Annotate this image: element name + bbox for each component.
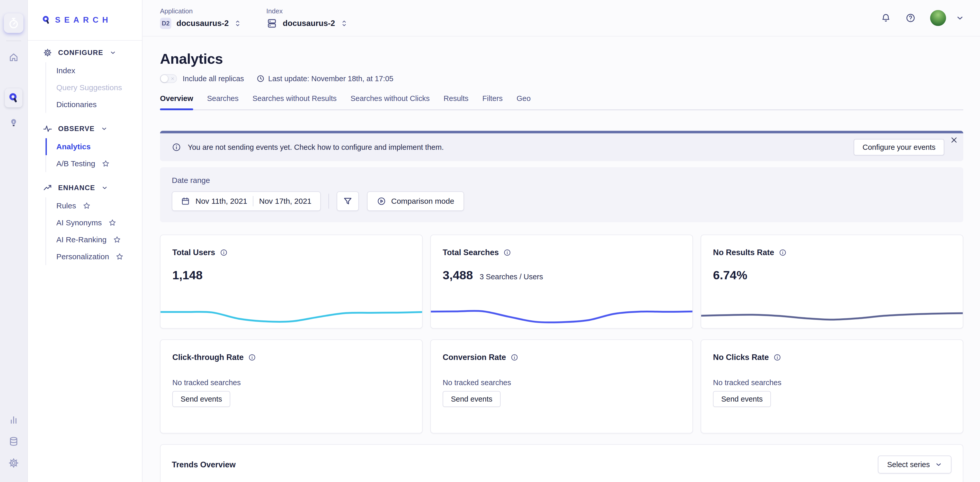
card-value: 3,488 bbox=[443, 268, 473, 282]
info-icon[interactable] bbox=[248, 354, 256, 361]
gear-icon bbox=[43, 48, 52, 57]
funnel-icon bbox=[343, 197, 352, 206]
pulse-icon bbox=[43, 124, 52, 133]
data-database-icon[interactable] bbox=[8, 436, 19, 447]
search-product-icon[interactable] bbox=[5, 89, 22, 108]
tab-searches-without-results[interactable]: Searches without Results bbox=[253, 94, 337, 109]
controls-divider bbox=[328, 194, 329, 209]
sidebar-item-index[interactable]: Index bbox=[46, 62, 136, 79]
sidebar-item-ai-re-ranking[interactable]: AI Re-Ranking bbox=[46, 231, 136, 248]
topbar-right bbox=[881, 10, 964, 26]
sidebar-item-ab-testing[interactable]: A/B Testing bbox=[46, 155, 136, 172]
banner-close-icon[interactable] bbox=[950, 136, 958, 144]
send-events-button[interactable]: Send events bbox=[713, 391, 771, 407]
card-title: Total Searches bbox=[443, 248, 499, 257]
search-logo[interactable]: SEARCH bbox=[42, 16, 112, 25]
info-icon[interactable] bbox=[773, 354, 781, 361]
card-click-through-rate: Click-through Rate No tracked searches S… bbox=[160, 339, 423, 433]
total-searches-sparkline bbox=[430, 305, 693, 325]
include-replicas-toggle[interactable] bbox=[160, 74, 177, 83]
trending-up-icon bbox=[43, 184, 52, 192]
sidebar-item-analytics[interactable]: Analytics bbox=[46, 138, 136, 155]
home-icon[interactable] bbox=[8, 52, 19, 63]
index-stack-icon bbox=[266, 18, 278, 29]
info-icon[interactable] bbox=[779, 249, 787, 257]
logo-text: SEARCH bbox=[55, 16, 112, 25]
banner-message: You are not sending events yet. Check ho… bbox=[188, 143, 444, 152]
date-range-label: Date range bbox=[172, 176, 951, 185]
section-header-observe[interactable]: OBSERVE bbox=[43, 124, 136, 133]
sidebar-item-ai-synonyms[interactable]: AI Synonyms bbox=[46, 214, 136, 231]
info-icon[interactable] bbox=[511, 354, 518, 361]
sidebar-item-query-suggestions[interactable]: Query Suggestions bbox=[46, 79, 136, 96]
tab-searches-without-clicks[interactable]: Searches without Clicks bbox=[351, 94, 430, 109]
section-header-enhance[interactable]: ENHANCE bbox=[43, 184, 136, 192]
index-select-button[interactable]: docusaurus-2 bbox=[266, 18, 348, 29]
select-series-label: Select series bbox=[887, 460, 930, 469]
filter-funnel-button[interactable] bbox=[337, 192, 359, 211]
date-range-controls: Nov 11th, 2021 Nov 17th, 2021 bbox=[172, 192, 951, 211]
section-items: Analytics A/B Testing bbox=[46, 138, 136, 172]
select-updown-icon bbox=[340, 19, 348, 27]
stopwatch-icon bbox=[8, 17, 19, 29]
card-title: No Clicks Rate bbox=[713, 353, 769, 362]
favorite-star-icon[interactable] bbox=[83, 202, 91, 210]
select-series-button[interactable]: Select series bbox=[878, 455, 951, 474]
section-header-configure[interactable]: CONFIGURE bbox=[43, 48, 136, 57]
application-badge: D2 bbox=[160, 18, 171, 29]
user-avatar[interactable] bbox=[930, 10, 946, 26]
send-events-button[interactable]: Send events bbox=[443, 391, 501, 407]
no-results-rate-sparkline bbox=[701, 305, 963, 325]
tab-filters[interactable]: Filters bbox=[482, 94, 503, 109]
chevron-down-icon bbox=[935, 461, 942, 468]
info-icon[interactable] bbox=[220, 249, 228, 257]
notifications-bell-icon[interactable] bbox=[881, 13, 891, 23]
comparison-mode-button[interactable]: Comparison mode bbox=[367, 192, 464, 211]
total-users-sparkline bbox=[160, 305, 423, 325]
rail-bottom-group bbox=[8, 415, 19, 468]
favorite-star-icon[interactable] bbox=[116, 253, 124, 260]
card-title: Conversion Rate bbox=[443, 353, 506, 362]
page-title: Analytics bbox=[160, 50, 963, 67]
tab-results[interactable]: Results bbox=[444, 94, 469, 109]
events-banner: You are not sending events yet. Check ho… bbox=[160, 131, 963, 161]
application-select-button[interactable]: D2 docusaurus-2 bbox=[160, 18, 242, 29]
favorite-star-icon[interactable] bbox=[108, 219, 116, 227]
recommend-bulb-icon[interactable] bbox=[8, 118, 19, 128]
account-chevron-down-icon[interactable] bbox=[956, 14, 964, 22]
tab-bar: Overview Searches Searches without Resul… bbox=[160, 94, 963, 110]
topbar: Application D2 docusaurus-2 Index docu bbox=[143, 0, 980, 36]
tab-searches[interactable]: Searches bbox=[207, 94, 239, 109]
settings-gear-icon[interactable] bbox=[8, 458, 19, 468]
sidebar-item-rules[interactable]: Rules bbox=[46, 197, 136, 214]
nav-section-configure: CONFIGURE Index Query Suggestions Dictio… bbox=[43, 48, 136, 113]
sidebar-item-dictionaries[interactable]: Dictionaries bbox=[46, 96, 136, 113]
section-label: ENHANCE bbox=[58, 184, 95, 192]
sidebar-nav: CONFIGURE Index Query Suggestions Dictio… bbox=[28, 41, 142, 265]
chevron-down-icon bbox=[110, 49, 116, 56]
tab-geo[interactable]: Geo bbox=[517, 94, 531, 109]
tab-overview[interactable]: Overview bbox=[160, 94, 193, 109]
index-name: docusaurus-2 bbox=[283, 19, 335, 28]
configure-events-button[interactable]: Configure your events bbox=[854, 139, 944, 155]
section-label: CONFIGURE bbox=[58, 49, 103, 57]
index-label: Index bbox=[266, 7, 348, 15]
favorite-star-icon[interactable] bbox=[113, 236, 121, 244]
algolia-app-icon[interactable] bbox=[4, 13, 24, 33]
date-range-button[interactable]: Nov 11th, 2021 Nov 17th, 2021 bbox=[172, 192, 321, 211]
favorite-star-icon[interactable] bbox=[102, 160, 110, 168]
application-selector: Application D2 docusaurus-2 bbox=[160, 7, 242, 29]
info-icon[interactable] bbox=[503, 249, 511, 257]
analytics-bars-icon[interactable] bbox=[8, 415, 19, 425]
section-label: OBSERVE bbox=[58, 125, 95, 133]
chevron-down-icon bbox=[101, 125, 108, 132]
help-icon[interactable] bbox=[905, 13, 916, 23]
toggle-off-x-icon bbox=[170, 76, 175, 81]
product-rail bbox=[0, 0, 28, 482]
section-items: Index Query Suggestions Dictionaries bbox=[46, 62, 136, 113]
send-events-button[interactable]: Send events bbox=[172, 391, 230, 407]
sidebar-item-personalization[interactable]: Personalization bbox=[46, 248, 136, 265]
magnifier-logo-icon bbox=[42, 16, 51, 25]
date-range-panel: Date range Nov 11th, 2021 Nov 17th, 2021 bbox=[160, 167, 963, 222]
last-update-text: Last update: November 18th, at 17:05 bbox=[268, 75, 393, 83]
